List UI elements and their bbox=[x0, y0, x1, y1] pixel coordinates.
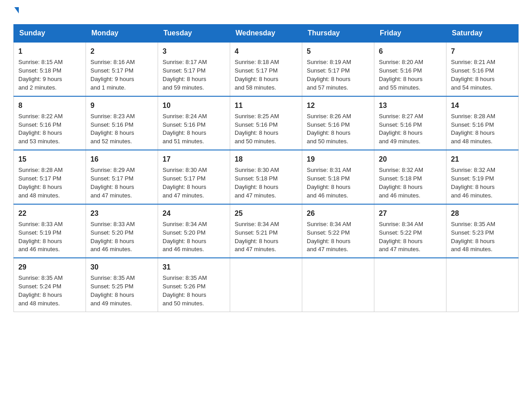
day-number: 22 bbox=[18, 208, 81, 218]
calendar-cell: 9Sunrise: 8:23 AMSunset: 5:16 PMDaylight… bbox=[86, 96, 158, 150]
day-number: 10 bbox=[163, 100, 225, 111]
calendar-cell bbox=[230, 258, 302, 312]
calendar-cell: 10Sunrise: 8:24 AMSunset: 5:16 PMDayligh… bbox=[158, 96, 230, 150]
calendar-header-row: SundayMondayTuesdayWednesdayThursdayFrid… bbox=[14, 25, 519, 43]
day-number: 11 bbox=[235, 100, 297, 111]
day-number: 17 bbox=[163, 154, 225, 164]
calendar-cell: 23Sunrise: 8:33 AMSunset: 5:20 PMDayligh… bbox=[86, 204, 158, 258]
calendar-cell: 3Sunrise: 8:17 AMSunset: 5:17 PMDaylight… bbox=[158, 42, 230, 96]
calendar-cell bbox=[302, 258, 374, 312]
page-header bbox=[13, 9, 519, 15]
calendar-cell: 18Sunrise: 8:30 AMSunset: 5:18 PMDayligh… bbox=[230, 150, 302, 204]
calendar-cell: 19Sunrise: 8:31 AMSunset: 5:18 PMDayligh… bbox=[302, 150, 374, 204]
calendar-cell: 20Sunrise: 8:32 AMSunset: 5:18 PMDayligh… bbox=[374, 150, 446, 204]
day-number: 24 bbox=[163, 208, 225, 218]
calendar-cell: 22Sunrise: 8:33 AMSunset: 5:19 PMDayligh… bbox=[14, 204, 86, 258]
day-number: 12 bbox=[307, 100, 369, 111]
calendar-cell: 13Sunrise: 8:27 AMSunset: 5:16 PMDayligh… bbox=[374, 96, 446, 150]
logo-arrow-icon bbox=[14, 7, 19, 13]
calendar-cell: 7Sunrise: 8:21 AMSunset: 5:16 PMDaylight… bbox=[446, 42, 519, 96]
day-number: 21 bbox=[451, 154, 514, 164]
calendar-week-row: 29Sunrise: 8:35 AMSunset: 5:24 PMDayligh… bbox=[14, 258, 519, 312]
day-number: 15 bbox=[18, 154, 81, 164]
day-number: 20 bbox=[379, 154, 442, 164]
day-number: 28 bbox=[451, 208, 514, 218]
calendar-week-row: 8Sunrise: 8:22 AMSunset: 5:16 PMDaylight… bbox=[14, 96, 519, 150]
calendar-week-row: 1Sunrise: 8:15 AMSunset: 5:18 PMDaylight… bbox=[14, 42, 519, 96]
day-number: 19 bbox=[307, 154, 369, 164]
calendar-cell: 14Sunrise: 8:28 AMSunset: 5:16 PMDayligh… bbox=[446, 96, 519, 150]
day-number: 13 bbox=[379, 100, 442, 111]
calendar-cell: 6Sunrise: 8:20 AMSunset: 5:16 PMDaylight… bbox=[374, 42, 446, 96]
day-number: 3 bbox=[163, 46, 225, 56]
calendar-cell: 16Sunrise: 8:29 AMSunset: 5:17 PMDayligh… bbox=[86, 150, 158, 204]
calendar-cell: 2Sunrise: 8:16 AMSunset: 5:17 PMDaylight… bbox=[86, 42, 158, 96]
day-number: 29 bbox=[18, 262, 81, 272]
day-number: 31 bbox=[163, 262, 225, 272]
logo bbox=[13, 9, 19, 15]
day-number: 2 bbox=[90, 46, 153, 56]
day-number: 6 bbox=[379, 46, 442, 56]
calendar-cell: 30Sunrise: 8:35 AMSunset: 5:25 PMDayligh… bbox=[86, 258, 158, 312]
day-number: 4 bbox=[235, 46, 297, 56]
day-number: 30 bbox=[90, 262, 153, 272]
calendar-cell: 28Sunrise: 8:35 AMSunset: 5:23 PMDayligh… bbox=[446, 204, 519, 258]
calendar-cell: 17Sunrise: 8:30 AMSunset: 5:17 PMDayligh… bbox=[158, 150, 230, 204]
calendar-cell: 21Sunrise: 8:32 AMSunset: 5:19 PMDayligh… bbox=[446, 150, 519, 204]
day-number: 16 bbox=[90, 154, 153, 164]
calendar-week-row: 22Sunrise: 8:33 AMSunset: 5:19 PMDayligh… bbox=[14, 204, 519, 258]
day-number: 18 bbox=[235, 154, 297, 164]
calendar-cell: 29Sunrise: 8:35 AMSunset: 5:24 PMDayligh… bbox=[14, 258, 86, 312]
day-number: 9 bbox=[90, 100, 153, 111]
calendar-cell: 1Sunrise: 8:15 AMSunset: 5:18 PMDaylight… bbox=[14, 42, 86, 96]
day-number: 23 bbox=[90, 208, 153, 218]
day-number: 26 bbox=[307, 208, 369, 218]
calendar-cell: 24Sunrise: 8:34 AMSunset: 5:20 PMDayligh… bbox=[158, 204, 230, 258]
weekday-header-saturday: Saturday bbox=[446, 25, 519, 43]
calendar-cell: 11Sunrise: 8:25 AMSunset: 5:16 PMDayligh… bbox=[230, 96, 302, 150]
calendar-cell: 12Sunrise: 8:26 AMSunset: 5:16 PMDayligh… bbox=[302, 96, 374, 150]
day-number: 27 bbox=[379, 208, 442, 218]
weekday-header-monday: Monday bbox=[86, 25, 158, 43]
calendar-cell: 5Sunrise: 8:19 AMSunset: 5:17 PMDaylight… bbox=[302, 42, 374, 96]
calendar-cell: 8Sunrise: 8:22 AMSunset: 5:16 PMDaylight… bbox=[14, 96, 86, 150]
weekday-header-friday: Friday bbox=[374, 25, 446, 43]
calendar-cell: 31Sunrise: 8:35 AMSunset: 5:26 PMDayligh… bbox=[158, 258, 230, 312]
day-number: 8 bbox=[18, 100, 81, 111]
weekday-header-thursday: Thursday bbox=[302, 25, 374, 43]
calendar-cell: 25Sunrise: 8:34 AMSunset: 5:21 PMDayligh… bbox=[230, 204, 302, 258]
weekday-header-sunday: Sunday bbox=[14, 25, 86, 43]
calendar-cell: 27Sunrise: 8:34 AMSunset: 5:22 PMDayligh… bbox=[374, 204, 446, 258]
calendar-cell: 26Sunrise: 8:34 AMSunset: 5:22 PMDayligh… bbox=[302, 204, 374, 258]
day-number: 5 bbox=[307, 46, 369, 56]
calendar-cell bbox=[374, 258, 446, 312]
weekday-header-tuesday: Tuesday bbox=[158, 25, 230, 43]
calendar-cell bbox=[446, 258, 519, 312]
day-number: 1 bbox=[18, 46, 81, 56]
calendar-week-row: 15Sunrise: 8:28 AMSunset: 5:17 PMDayligh… bbox=[14, 150, 519, 204]
weekday-header-wednesday: Wednesday bbox=[230, 25, 302, 43]
calendar-table: SundayMondayTuesdayWednesdayThursdayFrid… bbox=[13, 24, 519, 312]
calendar-cell: 15Sunrise: 8:28 AMSunset: 5:17 PMDayligh… bbox=[14, 150, 86, 204]
day-number: 14 bbox=[451, 100, 514, 111]
calendar-cell: 4Sunrise: 8:18 AMSunset: 5:17 PMDaylight… bbox=[230, 42, 302, 96]
day-number: 25 bbox=[235, 208, 297, 218]
day-number: 7 bbox=[451, 46, 514, 56]
